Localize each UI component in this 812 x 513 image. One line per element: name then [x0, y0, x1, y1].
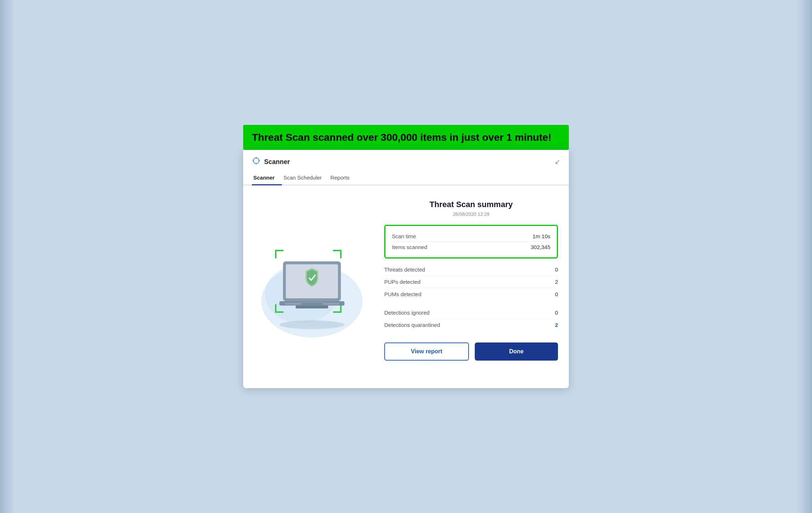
label-threats-detected: Threats detected — [384, 266, 425, 273]
view-report-button[interactable]: View report — [384, 342, 469, 361]
stat-value-items-scanned: 302,345 — [531, 244, 550, 250]
stat-label-items-scanned: Items scanned — [392, 244, 427, 250]
label-detections-quarantined: Detections quarantined — [384, 322, 440, 328]
summary-title: Threat Scan summary — [384, 200, 558, 209]
label-detections-ignored: Detections ignored — [384, 310, 430, 316]
value-detections-ignored: 0 — [555, 310, 558, 316]
stat-row-threats-detected: Threats detected 0 — [384, 264, 558, 276]
stat-value-scan-time: 1m 10s — [533, 233, 550, 239]
tab-reports[interactable]: Reports — [329, 171, 357, 185]
title-bar: Scanner ↙ — [243, 150, 569, 167]
summary-date: 26/08/2020 12:29 — [384, 211, 558, 217]
value-pums-detected: 0 — [555, 291, 558, 297]
main-content: Threat Scan summary 26/08/2020 12:29 Sca… — [243, 185, 569, 388]
tab-scanner[interactable]: Scanner — [252, 171, 282, 185]
minimize-icon[interactable]: ↙ — [555, 158, 560, 166]
value-threats-detected: 0 — [555, 266, 558, 273]
done-button[interactable]: Done — [475, 342, 558, 361]
title-bar-left: Scanner — [252, 156, 290, 167]
svg-point-0 — [253, 158, 259, 164]
highlighted-stats-box: Scan time 1m 10s Items scanned 302,345 — [384, 225, 558, 258]
app-title: Scanner — [264, 158, 290, 166]
illustration-area — [250, 196, 373, 377]
summary-area: Threat Scan summary 26/08/2020 12:29 Sca… — [384, 196, 558, 377]
spacer — [384, 303, 558, 307]
stat-label-scan-time: Scan time — [392, 233, 416, 239]
outer-wrapper: Threat Scan scanned over 300,000 items i… — [243, 125, 569, 388]
stat-row-pups-detected: PUPs detected 2 — [384, 276, 558, 288]
tabs-bar: Scanner Scan Scheduler Reports — [243, 171, 569, 185]
headline-banner: Threat Scan scanned over 300,000 items i… — [243, 125, 569, 150]
scanner-icon — [252, 156, 261, 167]
svg-rect-12 — [296, 306, 328, 308]
svg-rect-11 — [301, 303, 323, 304]
value-pups-detected: 2 — [555, 279, 558, 285]
stat-row-detections-quarantined: Detections quarantined 2 — [384, 319, 558, 331]
stat-row-pums-detected: PUMs detected 0 — [384, 288, 558, 300]
stat-row-items-scanned: Items scanned 302,345 — [392, 242, 550, 252]
app-window: Scanner ↙ Scanner Scan Scheduler Reports — [243, 150, 569, 388]
stat-row-detections-ignored: Detections ignored 0 — [384, 307, 558, 319]
buttons-row: View report Done — [384, 342, 558, 361]
value-detections-quarantined: 2 — [555, 322, 558, 328]
stats-group-2: Detections ignored 0 Detections quaranti… — [384, 307, 558, 331]
stat-row-scan-time: Scan time 1m 10s — [392, 231, 550, 242]
label-pums-detected: PUMs detected — [384, 291, 422, 297]
label-pups-detected: PUPs detected — [384, 279, 420, 285]
tab-scan-scheduler[interactable]: Scan Scheduler — [282, 171, 329, 185]
stats-group-1: Threats detected 0 PUPs detected 2 PUMs … — [384, 264, 558, 300]
svg-point-13 — [279, 320, 344, 329]
headline-text: Threat Scan scanned over 300,000 items i… — [252, 131, 560, 144]
